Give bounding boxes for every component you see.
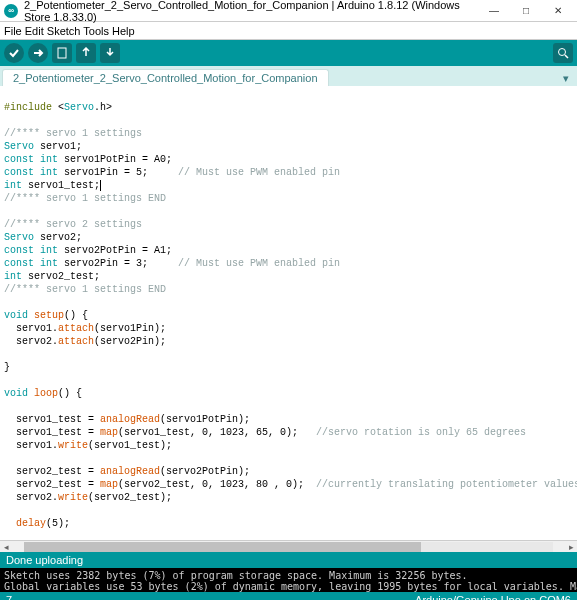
serial-monitor-button[interactable] xyxy=(553,43,573,63)
new-button[interactable] xyxy=(52,43,72,63)
verify-button[interactable] xyxy=(4,43,24,63)
minimize-button[interactable]: — xyxy=(479,1,509,21)
titlebar: ∞ 2_Potentiometer_2_Servo_Controlled_Mot… xyxy=(0,0,577,22)
board-port: Arduino/Genuino Uno on COM6 xyxy=(415,594,571,600)
upload-button[interactable] xyxy=(28,43,48,63)
tab-menu-button[interactable]: ▾ xyxy=(557,70,575,86)
line-number: 7 xyxy=(6,594,12,600)
horizontal-scrollbar[interactable]: ◂ ▸ xyxy=(0,540,577,552)
close-button[interactable]: ✕ xyxy=(543,1,573,21)
save-button[interactable] xyxy=(100,43,120,63)
open-button[interactable] xyxy=(76,43,96,63)
tab-sketch[interactable]: 2_Potentiometer_2_Servo_Controlled_Motio… xyxy=(2,69,329,86)
status-bar: Done uploading xyxy=(0,552,577,568)
svg-rect-0 xyxy=(58,48,66,58)
svg-point-1 xyxy=(559,49,566,56)
scroll-left-icon[interactable]: ◂ xyxy=(0,542,12,552)
status-message: Done uploading xyxy=(6,554,83,566)
tabbar: 2_Potentiometer_2_Servo_Controlled_Motio… xyxy=(0,66,577,86)
menu-items[interactable]: File Edit Sketch Tools Help xyxy=(4,25,135,37)
maximize-button[interactable]: □ xyxy=(511,1,541,21)
footer-bar: 7 Arduino/Genuino Uno on COM6 xyxy=(0,592,577,600)
scrollbar-thumb[interactable] xyxy=(24,542,421,552)
arduino-icon: ∞ xyxy=(4,4,18,18)
scroll-right-icon[interactable]: ▸ xyxy=(565,542,577,552)
code-editor[interactable]: #include <Servo.h> //**** servo 1 settin… xyxy=(0,86,577,540)
window-title: 2_Potentiometer_2_Servo_Controlled_Motio… xyxy=(24,0,479,23)
toolbar xyxy=(0,40,577,66)
console-output[interactable]: Sketch uses 2382 bytes (7%) of program s… xyxy=(0,568,577,592)
menubar[interactable]: File Edit Sketch Tools Help xyxy=(0,22,577,40)
